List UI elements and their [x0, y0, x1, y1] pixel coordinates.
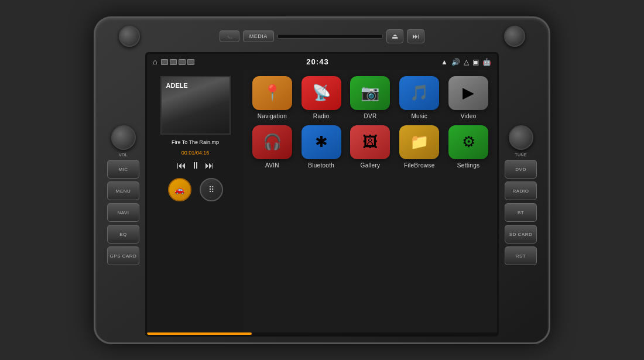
gallery-icon: 🖼	[350, 125, 390, 159]
wifi-icon: ▲	[441, 58, 448, 66]
app-music[interactable]: 🎵 Music	[399, 76, 440, 119]
sd-card-button[interactable]: SD CARD	[505, 225, 537, 244]
radio-label: Radio	[313, 113, 330, 119]
left-vol-knob[interactable]	[111, 125, 136, 150]
triangle-icon: △	[464, 58, 469, 66]
small-icon-3	[179, 59, 186, 65]
filebrowser-icon: 📁	[399, 125, 439, 159]
bluetooth-label: Bluetooth	[308, 162, 334, 169]
navi-button[interactable]: NAVI	[107, 203, 139, 222]
status-small-icons	[161, 59, 194, 65]
album-artist: ADELE	[166, 82, 188, 89]
vol-label: VOL	[119, 153, 128, 157]
radio-icon: 📡	[302, 76, 341, 110]
top-controls: 📞 MEDIA ⏏ ⏭	[101, 24, 543, 49]
menu-button[interactable]: MENU	[107, 181, 139, 200]
bottom-player-controls: 🚗 ⠿	[153, 178, 238, 201]
settings-label: Settings	[457, 162, 480, 169]
status-bar: ⌂ 20:43 ▲ 🔊 △ ▣ 🤖	[147, 54, 497, 70]
rst-button[interactable]: RST	[505, 246, 537, 265]
video-icon: ▶	[448, 76, 488, 110]
android-icon: 🤖	[482, 58, 491, 66]
eject-button[interactable]: ⏏	[386, 29, 403, 43]
radio-right-button[interactable]: RADIO	[505, 181, 537, 200]
grid-menu-button[interactable]: ⠿	[200, 178, 223, 201]
tune-label: TUNE	[515, 153, 526, 157]
mic-button[interactable]: MIC	[107, 160, 139, 179]
album-art: ADELE	[160, 76, 231, 135]
next-button[interactable]: ⏭	[205, 160, 214, 171]
status-time: 20:43	[306, 57, 328, 66]
video-label: Video	[461, 113, 477, 119]
avin-icon: 🎧	[252, 125, 292, 159]
left-top-knob[interactable]	[119, 26, 140, 47]
grid-icon: ⠿	[208, 185, 214, 194]
app-filebrowser[interactable]: 📁 FileBrowse	[399, 125, 440, 169]
car-icon: 🚗	[174, 185, 184, 194]
small-icon-1	[161, 59, 168, 65]
main-row: VOL MIC MENU NAVI EQ GPS CARD ⌂	[101, 52, 543, 337]
app-bluetooth[interactable]: ✱ Bluetooth	[301, 125, 342, 169]
dvr-label: DVR	[364, 113, 376, 119]
app-gallery[interactable]: 🖼 Gallery	[350, 125, 390, 169]
app-row-2: 🎧 AVIN ✱ Bluetooth 🖼 Gallery 📁	[249, 125, 491, 169]
vol-status-icon: 🔊	[451, 58, 460, 66]
pause-button[interactable]: ⏸	[191, 160, 200, 171]
progress-fill	[147, 332, 252, 335]
status-right: ▲ 🔊 △ ▣ 🤖	[441, 58, 491, 66]
now-playing-panel: ADELE Fire To The Rain.mp 00:01/04:16 ⏮ …	[147, 70, 244, 332]
app-radio[interactable]: 📡 Radio	[301, 76, 342, 119]
progress-bar[interactable]	[147, 332, 497, 335]
car-button[interactable]: 🚗	[168, 178, 191, 201]
navigation-label: Navigation	[258, 113, 287, 119]
filebrowser-label: FileBrowse	[404, 162, 434, 169]
bluetooth-icon: ✱	[302, 125, 341, 159]
gallery-label: Gallery	[361, 162, 381, 169]
prev-button[interactable]: ⏮	[177, 160, 186, 171]
music-icon: 🎵	[399, 76, 439, 110]
cd-slot	[278, 34, 383, 39]
right-tune-knob[interactable]	[509, 125, 533, 150]
small-icon-4	[187, 59, 194, 65]
top-center-buttons: 📞 MEDIA ⏏ ⏭	[220, 29, 424, 43]
small-icon-2	[170, 59, 177, 65]
app-grid-area: 📍 Navigation 📡 Radio 📷 DVR 🎵	[244, 70, 497, 332]
status-left: ⌂	[153, 57, 194, 66]
app-video[interactable]: ▶ Video	[448, 76, 489, 119]
track-title: Fire To The Rain.mp	[153, 139, 238, 145]
dvd-button[interactable]: DVD	[505, 160, 537, 179]
settings-icon: ⚙	[448, 125, 488, 159]
content-area: ADELE Fire To The Rain.mp 00:01/04:16 ⏮ …	[147, 70, 497, 332]
app-settings[interactable]: ⚙ Settings	[448, 125, 489, 169]
skip-button[interactable]: ⏭	[407, 29, 424, 43]
navigation-icon: 📍	[252, 76, 292, 110]
left-side-buttons: VOL MIC MENU NAVI EQ GPS CARD	[101, 52, 145, 337]
battery-icon: ▣	[472, 58, 479, 66]
avin-label: AVIN	[265, 162, 279, 169]
music-label: Music	[411, 113, 427, 119]
right-side-buttons: TUNE DVD RADIO BT SD CARD RST	[499, 52, 543, 337]
app-dvr[interactable]: 📷 DVR	[350, 76, 390, 119]
eq-button[interactable]: EQ	[107, 225, 139, 244]
player-controls: ⏮ ⏸ ⏭	[153, 160, 238, 171]
right-top-knob[interactable]	[504, 26, 525, 47]
app-row-1: 📍 Navigation 📡 Radio 📷 DVR 🎵	[249, 76, 491, 119]
app-avin[interactable]: 🎧 AVIN	[252, 125, 293, 169]
bt-button[interactable]: BT	[505, 203, 537, 222]
phone-button[interactable]: 📞	[220, 30, 239, 42]
media-button[interactable]: MEDIA	[243, 30, 274, 42]
dvr-icon: 📷	[350, 76, 390, 110]
home-icon[interactable]: ⌂	[153, 57, 157, 66]
car-head-unit: 📞 MEDIA ⏏ ⏭ VOL MIC MENU NAVI EQ GPS CAR…	[94, 16, 550, 344]
gps-card-button[interactable]: GPS CARD	[107, 246, 139, 265]
main-screen: ⌂ 20:43 ▲ 🔊 △ ▣ 🤖	[145, 52, 499, 337]
app-navigation[interactable]: 📍 Navigation	[252, 76, 293, 119]
track-time: 00:01/04:16	[153, 150, 238, 156]
